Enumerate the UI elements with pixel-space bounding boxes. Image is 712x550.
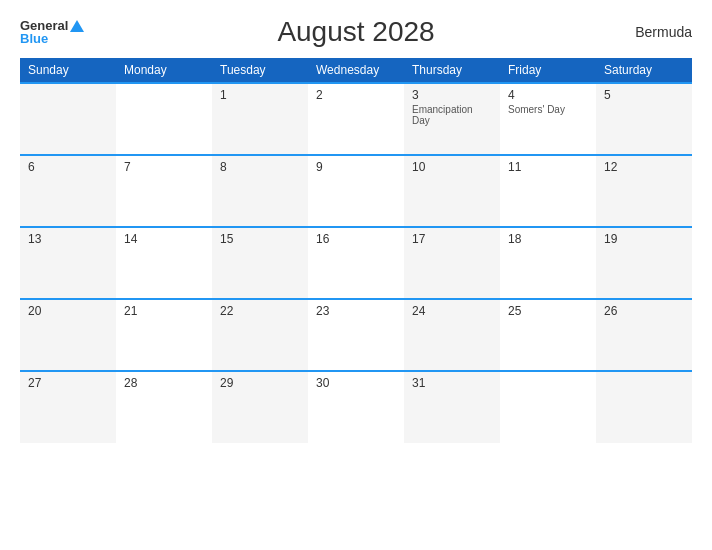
day-cell: 31: [404, 371, 500, 443]
day-number: 5: [604, 88, 684, 102]
day-cell: [500, 371, 596, 443]
day-cell: 7: [116, 155, 212, 227]
week-row-4: 2728293031: [20, 371, 692, 443]
logo-blue-text: Blue: [20, 32, 48, 45]
day-number: 24: [412, 304, 492, 318]
day-number: 14: [124, 232, 204, 246]
day-cell: [596, 371, 692, 443]
day-cell: 8: [212, 155, 308, 227]
day-cell: 3Emancipation Day: [404, 83, 500, 155]
day-number: 27: [28, 376, 108, 390]
day-cell: 19: [596, 227, 692, 299]
day-cell: 10: [404, 155, 500, 227]
day-number: 9: [316, 160, 396, 174]
header: General Blue August 2028 Bermuda: [20, 16, 692, 48]
day-number: 2: [316, 88, 396, 102]
calendar-header: Sunday Monday Tuesday Wednesday Thursday…: [20, 58, 692, 83]
day-number: 16: [316, 232, 396, 246]
col-monday: Monday: [116, 58, 212, 83]
day-cell: 30: [308, 371, 404, 443]
day-cell: [116, 83, 212, 155]
week-row-1: 6789101112: [20, 155, 692, 227]
day-cell: 13: [20, 227, 116, 299]
day-number: 8: [220, 160, 300, 174]
day-cell: 16: [308, 227, 404, 299]
logo-triangle-icon: [70, 20, 84, 32]
week-row-2: 13141516171819: [20, 227, 692, 299]
day-number: 22: [220, 304, 300, 318]
week-row-0: 123Emancipation Day4Somers' Day5: [20, 83, 692, 155]
day-number: 31: [412, 376, 492, 390]
day-number: 15: [220, 232, 300, 246]
day-number: 13: [28, 232, 108, 246]
col-tuesday: Tuesday: [212, 58, 308, 83]
day-number: 6: [28, 160, 108, 174]
day-number: 25: [508, 304, 588, 318]
col-sunday: Sunday: [20, 58, 116, 83]
day-cell: 12: [596, 155, 692, 227]
holiday-label: Somers' Day: [508, 104, 588, 115]
col-thursday: Thursday: [404, 58, 500, 83]
day-number: 12: [604, 160, 684, 174]
day-number: 17: [412, 232, 492, 246]
region-label: Bermuda: [635, 24, 692, 40]
day-cell: 1: [212, 83, 308, 155]
holiday-label: Emancipation Day: [412, 104, 492, 126]
day-number: 1: [220, 88, 300, 102]
day-number: 26: [604, 304, 684, 318]
day-number: 21: [124, 304, 204, 318]
day-cell: 18: [500, 227, 596, 299]
day-number: 3: [412, 88, 492, 102]
day-cell: 25: [500, 299, 596, 371]
week-row-3: 20212223242526: [20, 299, 692, 371]
day-number: 30: [316, 376, 396, 390]
day-cell: 26: [596, 299, 692, 371]
day-number: 19: [604, 232, 684, 246]
day-number: 7: [124, 160, 204, 174]
day-cell: 4Somers' Day: [500, 83, 596, 155]
day-number: 28: [124, 376, 204, 390]
day-cell: 6: [20, 155, 116, 227]
day-cell: 5: [596, 83, 692, 155]
day-number: 29: [220, 376, 300, 390]
calendar-page: General Blue August 2028 Bermuda Sunday …: [0, 0, 712, 550]
day-cell: 28: [116, 371, 212, 443]
day-cell: 29: [212, 371, 308, 443]
day-cell: 11: [500, 155, 596, 227]
day-cell: 17: [404, 227, 500, 299]
day-number: 4: [508, 88, 588, 102]
header-row: Sunday Monday Tuesday Wednesday Thursday…: [20, 58, 692, 83]
day-cell: 23: [308, 299, 404, 371]
day-cell: 20: [20, 299, 116, 371]
calendar-body: 123Emancipation Day4Somers' Day567891011…: [20, 83, 692, 443]
calendar-table: Sunday Monday Tuesday Wednesday Thursday…: [20, 58, 692, 443]
day-cell: 21: [116, 299, 212, 371]
day-number: 23: [316, 304, 396, 318]
logo: General Blue: [20, 19, 84, 45]
day-cell: [20, 83, 116, 155]
day-number: 11: [508, 160, 588, 174]
day-cell: 22: [212, 299, 308, 371]
col-saturday: Saturday: [596, 58, 692, 83]
day-cell: 15: [212, 227, 308, 299]
col-wednesday: Wednesday: [308, 58, 404, 83]
day-cell: 27: [20, 371, 116, 443]
day-cell: 24: [404, 299, 500, 371]
calendar-title: August 2028: [277, 16, 434, 48]
day-number: 10: [412, 160, 492, 174]
day-number: 18: [508, 232, 588, 246]
day-cell: 9: [308, 155, 404, 227]
day-cell: 2: [308, 83, 404, 155]
day-cell: 14: [116, 227, 212, 299]
day-number: 20: [28, 304, 108, 318]
col-friday: Friday: [500, 58, 596, 83]
